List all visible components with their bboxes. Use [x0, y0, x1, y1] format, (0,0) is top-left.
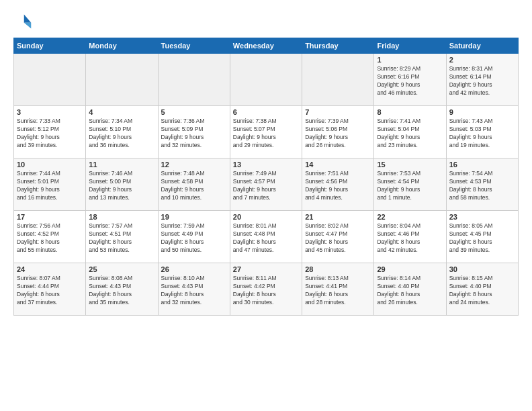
day-info: Sunrise: 8:05 AM Sunset: 4:45 PM Dayligh… [449, 222, 515, 255]
day-info: Sunrise: 7:41 AM Sunset: 5:04 PM Dayligh… [377, 118, 443, 150]
day-number: 28 [305, 265, 371, 273]
day-number: 24 [17, 265, 83, 273]
calendar-cell: 9Sunrise: 7:43 AM Sunset: 5:03 PM Daylig… [446, 106, 518, 158]
calendar-cell: 10Sunrise: 7:44 AM Sunset: 5:01 PM Dayli… [14, 158, 86, 211]
calendar-week-row: 1Sunrise: 8:29 AM Sunset: 6:16 PM Daylig… [14, 54, 519, 106]
calendar-cell [86, 54, 158, 106]
day-number: 2 [449, 56, 515, 64]
day-info: Sunrise: 7:54 AM Sunset: 4:53 PM Dayligh… [449, 170, 515, 202]
calendar-cell: 28Sunrise: 8:13 AM Sunset: 4:41 PM Dayli… [302, 263, 374, 316]
day-number: 23 [449, 213, 515, 221]
day-info: Sunrise: 7:49 AM Sunset: 4:57 PM Dayligh… [233, 170, 299, 202]
day-number: 8 [377, 108, 443, 116]
calendar-cell: 2Sunrise: 8:31 AM Sunset: 6:14 PM Daylig… [446, 54, 518, 106]
day-info: Sunrise: 7:48 AM Sunset: 4:58 PM Dayligh… [161, 170, 227, 202]
calendar-cell: 16Sunrise: 7:54 AM Sunset: 4:53 PM Dayli… [446, 158, 518, 211]
calendar-day-header: Saturday [446, 38, 518, 54]
calendar-cell: 25Sunrise: 8:08 AM Sunset: 4:43 PM Dayli… [86, 263, 158, 316]
day-number: 20 [233, 213, 299, 221]
calendar-cell [230, 54, 302, 106]
calendar-day-header: Friday [374, 38, 446, 54]
day-number: 19 [161, 213, 227, 221]
calendar-table: SundayMondayTuesdayWednesdayThursdayFrid… [13, 38, 519, 316]
day-info: Sunrise: 7:56 AM Sunset: 4:52 PM Dayligh… [17, 222, 83, 255]
day-info: Sunrise: 7:44 AM Sunset: 5:01 PM Dayligh… [17, 170, 83, 202]
day-info: Sunrise: 7:38 AM Sunset: 5:07 PM Dayligh… [233, 118, 299, 150]
day-info: Sunrise: 8:01 AM Sunset: 4:48 PM Dayligh… [233, 222, 299, 255]
logo [13, 12, 35, 31]
day-info: Sunrise: 7:34 AM Sunset: 5:10 PM Dayligh… [89, 118, 154, 150]
day-info: Sunrise: 7:59 AM Sunset: 4:49 PM Dayligh… [161, 222, 227, 255]
day-number: 15 [377, 161, 443, 169]
day-info: Sunrise: 8:11 AM Sunset: 4:42 PM Dayligh… [233, 275, 299, 307]
day-number: 14 [305, 161, 371, 169]
header [13, 12, 519, 31]
page: SundayMondayTuesdayWednesdayThursdayFrid… [0, 0, 532, 411]
day-number: 6 [233, 108, 299, 116]
calendar-cell [158, 54, 230, 106]
day-number: 4 [89, 108, 154, 116]
day-number: 3 [17, 108, 83, 116]
day-number: 1 [377, 56, 443, 64]
day-number: 9 [449, 108, 515, 116]
day-number: 29 [377, 265, 443, 273]
calendar-cell: 12Sunrise: 7:48 AM Sunset: 4:58 PM Dayli… [158, 158, 230, 211]
day-info: Sunrise: 7:53 AM Sunset: 4:54 PM Dayligh… [377, 170, 443, 202]
day-number: 21 [305, 213, 371, 221]
day-info: Sunrise: 8:10 AM Sunset: 4:43 PM Dayligh… [161, 275, 227, 307]
day-number: 12 [161, 161, 227, 169]
logo-icon [13, 12, 32, 31]
day-number: 27 [233, 265, 299, 273]
day-info: Sunrise: 7:36 AM Sunset: 5:09 PM Dayligh… [161, 118, 227, 150]
calendar-week-row: 10Sunrise: 7:44 AM Sunset: 5:01 PM Dayli… [14, 158, 519, 211]
calendar-cell: 6Sunrise: 7:38 AM Sunset: 5:07 PM Daylig… [230, 106, 302, 158]
calendar-cell: 7Sunrise: 7:39 AM Sunset: 5:06 PM Daylig… [302, 106, 374, 158]
day-info: Sunrise: 8:13 AM Sunset: 4:41 PM Dayligh… [305, 275, 371, 307]
calendar-cell: 18Sunrise: 7:57 AM Sunset: 4:51 PM Dayli… [86, 211, 158, 263]
day-info: Sunrise: 7:51 AM Sunset: 4:56 PM Dayligh… [305, 170, 371, 202]
day-number: 13 [233, 161, 299, 169]
calendar-cell: 24Sunrise: 8:07 AM Sunset: 4:44 PM Dayli… [14, 263, 86, 316]
day-number: 16 [449, 161, 515, 169]
day-number: 11 [89, 161, 154, 169]
svg-marker-1 [24, 23, 32, 29]
day-info: Sunrise: 8:31 AM Sunset: 6:14 PM Dayligh… [449, 65, 515, 97]
day-info: Sunrise: 8:29 AM Sunset: 6:16 PM Dayligh… [377, 65, 443, 97]
calendar-week-row: 24Sunrise: 8:07 AM Sunset: 4:44 PM Dayli… [14, 263, 519, 316]
calendar-cell: 4Sunrise: 7:34 AM Sunset: 5:10 PM Daylig… [86, 106, 158, 158]
calendar-cell: 11Sunrise: 7:46 AM Sunset: 5:00 PM Dayli… [86, 158, 158, 211]
day-info: Sunrise: 8:08 AM Sunset: 4:43 PM Dayligh… [89, 275, 154, 307]
calendar-cell: 29Sunrise: 8:14 AM Sunset: 4:40 PM Dayli… [374, 263, 446, 316]
calendar-week-row: 3Sunrise: 7:33 AM Sunset: 5:12 PM Daylig… [14, 106, 519, 158]
day-number: 18 [89, 213, 154, 221]
day-info: Sunrise: 7:33 AM Sunset: 5:12 PM Dayligh… [17, 118, 83, 150]
calendar-cell: 3Sunrise: 7:33 AM Sunset: 5:12 PM Daylig… [14, 106, 86, 158]
calendar-day-header: Tuesday [158, 38, 230, 54]
calendar-cell: 23Sunrise: 8:05 AM Sunset: 4:45 PM Dayli… [446, 211, 518, 263]
calendar-cell: 15Sunrise: 7:53 AM Sunset: 4:54 PM Dayli… [374, 158, 446, 211]
day-number: 17 [17, 213, 83, 221]
calendar-cell: 20Sunrise: 8:01 AM Sunset: 4:48 PM Dayli… [230, 211, 302, 263]
calendar-cell: 26Sunrise: 8:10 AM Sunset: 4:43 PM Dayli… [158, 263, 230, 316]
calendar-cell: 19Sunrise: 7:59 AM Sunset: 4:49 PM Dayli… [158, 211, 230, 263]
calendar-cell [302, 54, 374, 106]
calendar-week-row: 17Sunrise: 7:56 AM Sunset: 4:52 PM Dayli… [14, 211, 519, 263]
calendar-cell: 27Sunrise: 8:11 AM Sunset: 4:42 PM Dayli… [230, 263, 302, 316]
day-info: Sunrise: 7:39 AM Sunset: 5:06 PM Dayligh… [305, 118, 371, 150]
day-number: 22 [377, 213, 443, 221]
calendar-cell: 14Sunrise: 7:51 AM Sunset: 4:56 PM Dayli… [302, 158, 374, 211]
day-number: 5 [161, 108, 227, 116]
day-info: Sunrise: 8:04 AM Sunset: 4:46 PM Dayligh… [377, 222, 443, 255]
day-number: 7 [305, 108, 371, 116]
calendar-cell: 22Sunrise: 8:04 AM Sunset: 4:46 PM Dayli… [374, 211, 446, 263]
day-number: 26 [161, 265, 227, 273]
calendar-day-header: Wednesday [230, 38, 302, 54]
day-number: 25 [89, 265, 154, 273]
day-number: 10 [17, 161, 83, 169]
calendar-cell: 8Sunrise: 7:41 AM Sunset: 5:04 PM Daylig… [374, 106, 446, 158]
calendar-cell: 1Sunrise: 8:29 AM Sunset: 6:16 PM Daylig… [374, 54, 446, 106]
day-info: Sunrise: 7:43 AM Sunset: 5:03 PM Dayligh… [449, 118, 515, 150]
day-info: Sunrise: 7:57 AM Sunset: 4:51 PM Dayligh… [89, 222, 154, 255]
calendar-cell: 17Sunrise: 7:56 AM Sunset: 4:52 PM Dayli… [14, 211, 86, 263]
day-number: 30 [449, 265, 515, 273]
